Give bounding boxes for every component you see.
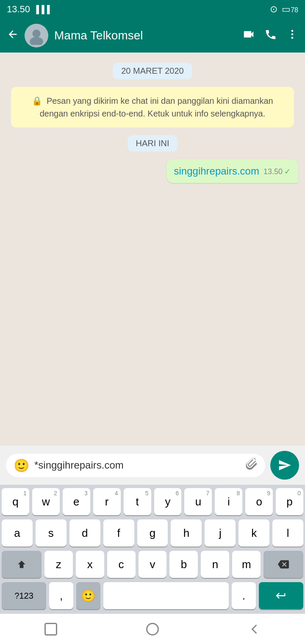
key-period[interactable]: . — [232, 582, 256, 609]
encryption-text: Pesan yang dikirim ke chat ini dan pangg… — [40, 96, 273, 118]
svg-point-3 — [291, 33, 294, 35]
message-time: 13.50 — [263, 167, 283, 176]
svg-point-6 — [147, 623, 158, 635]
emoji-button[interactable]: 🙂 — [14, 458, 29, 473]
key-k[interactable]: k — [238, 519, 269, 547]
svg-point-4 — [291, 36, 294, 39]
keyboard-row-3: z x c v b n m — [2, 551, 303, 578]
key-s[interactable]: s — [36, 519, 67, 547]
key-enter[interactable] — [259, 582, 303, 609]
phone-call-icon[interactable] — [264, 28, 277, 44]
key-v[interactable]: v — [139, 551, 167, 578]
key-i[interactable]: 8i — [215, 488, 242, 515]
key-n[interactable]: n — [201, 551, 229, 578]
message-input[interactable] — [34, 459, 241, 471]
key-z[interactable]: z — [44, 551, 73, 578]
header-icons — [242, 28, 298, 44]
message-link[interactable]: singgihrepairs.com — [174, 165, 259, 177]
key-d[interactable]: d — [69, 519, 100, 547]
back-button[interactable] — [7, 28, 19, 43]
status-time: 13.50 — [7, 4, 30, 15]
key-e[interactable]: 3e — [63, 488, 90, 515]
message-bubble-sent[interactable]: singgihrepairs.com 13.50 ✓ — [166, 159, 298, 183]
key-p[interactable]: 0p — [276, 488, 303, 515]
svg-point-2 — [291, 30, 294, 32]
keyboard[interactable]: 1q 2w 3e 4r 5t 6y 7u 8i 9o 0p a s d f g … — [0, 485, 305, 613]
key-t[interactable]: 5t — [124, 488, 151, 515]
key-r[interactable]: 4r — [93, 488, 121, 515]
key-q[interactable]: 1q — [2, 488, 29, 515]
key-space[interactable] — [103, 582, 229, 609]
key-symbols[interactable]: ?123 — [2, 582, 46, 609]
keyboard-row-4: ?123 , 🙂 . — [2, 582, 303, 609]
send-button[interactable] — [270, 451, 299, 480]
lock-icon: ⊙ — [270, 4, 277, 15]
today-badge: HARI INI — [128, 135, 178, 152]
key-shift[interactable] — [2, 551, 42, 578]
svg-point-1 — [30, 37, 43, 45]
checkmark-icon: ✓ — [284, 167, 291, 176]
keyboard-row-2: a s d f g h j k l — [2, 519, 303, 547]
nav-square-icon[interactable] — [42, 620, 60, 638]
key-l[interactable]: l — [272, 519, 303, 547]
key-h[interactable]: h — [171, 519, 202, 547]
contact-name[interactable]: Mama Telkomsel — [54, 29, 236, 42]
key-j[interactable]: j — [205, 519, 236, 547]
chat-header: Mama Telkomsel — [0, 19, 305, 53]
signal-icon: ▐▐▐ — [33, 5, 50, 14]
key-x[interactable]: x — [76, 551, 104, 578]
svg-rect-5 — [45, 623, 57, 635]
lock-icon: 🔒 — [32, 96, 42, 105]
key-w[interactable]: 2w — [32, 488, 60, 515]
key-comma[interactable]: , — [49, 582, 73, 609]
key-c[interactable]: c — [107, 551, 136, 578]
key-emoji[interactable]: 🙂 — [76, 582, 100, 609]
nav-home-icon[interactable] — [143, 620, 162, 638]
key-o[interactable]: 9o — [245, 488, 273, 515]
encryption-notice[interactable]: 🔒 Pesan yang dikirim ke chat ini dan pan… — [11, 87, 294, 128]
keyboard-row-1: 1q 2w 3e 4r 5t 6y 7u 8i 9o 0p — [2, 488, 303, 515]
avatar[interactable] — [25, 24, 48, 47]
date-badge: 20 MARET 2020 — [113, 63, 192, 79]
key-g[interactable]: g — [137, 519, 168, 547]
message-input-container: 🙂 — [6, 454, 265, 477]
attachment-icon[interactable] — [246, 458, 258, 473]
key-f[interactable]: f — [103, 519, 134, 547]
more-options-icon[interactable] — [286, 28, 298, 43]
chat-area: 20 MARET 2020 🔒 Pesan yang dikirim ke ch… — [0, 53, 305, 446]
svg-point-0 — [33, 30, 41, 38]
key-u[interactable]: 7u — [184, 488, 212, 515]
key-m[interactable]: m — [232, 551, 261, 578]
input-area: 🙂 — [0, 446, 305, 485]
message-meta: 13.50 ✓ — [263, 167, 291, 176]
battery-icon: ▭78 — [282, 4, 298, 15]
video-call-icon[interactable] — [242, 28, 255, 44]
key-y[interactable]: 6y — [154, 488, 182, 515]
message-text: singgihrepairs.com — [174, 165, 259, 177]
key-a[interactable]: a — [2, 519, 33, 547]
nav-back-icon[interactable] — [245, 620, 263, 638]
key-b[interactable]: b — [169, 551, 198, 578]
status-bar: 13.50 ▐▐▐ ⊙ ▭78 — [0, 0, 305, 19]
key-backspace[interactable] — [263, 551, 303, 578]
nav-bar — [0, 613, 305, 644]
